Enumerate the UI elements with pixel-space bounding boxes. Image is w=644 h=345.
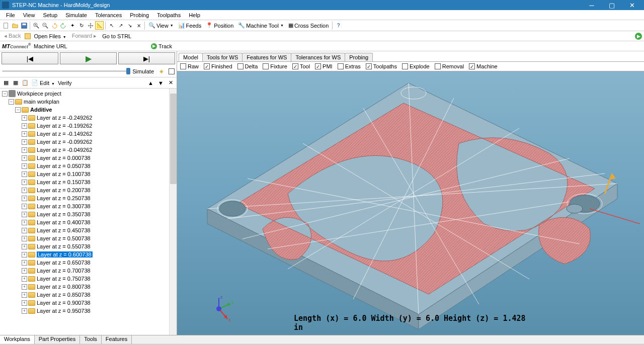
nav-goto-strl[interactable]: Go to STRL (100, 33, 133, 40)
tree-expander-icon[interactable]: + (22, 268, 27, 274)
pan-icon[interactable] (86, 21, 95, 30)
tree-item[interactable]: +Layer at z = 0.850738 (0, 291, 177, 299)
tree-item[interactable]: +Layer at z = -0.249262 (0, 114, 177, 122)
menu-toolpaths[interactable]: Toolpaths (153, 11, 185, 19)
tree-expander-icon[interactable]: + (22, 147, 27, 153)
machine-tool-dropdown[interactable]: 🔧Machine Tool▼ (236, 22, 286, 29)
menu-setup[interactable]: Setup (39, 11, 61, 19)
tree-item[interactable]: +Layer at z = 0.050738 (0, 162, 177, 170)
tree-expander-icon[interactable]: + (22, 236, 27, 241)
tree-item[interactable]: +Layer at z = 0.200738 (0, 186, 177, 194)
tree-expander-icon[interactable]: + (22, 188, 27, 193)
tree-item[interactable]: +Layer at z = -0.199262 (0, 122, 177, 130)
btab-part-properties[interactable]: Part Properties (35, 335, 80, 344)
tree-expander-icon[interactable]: + (22, 260, 27, 266)
tree-item[interactable]: +Layer at z = 0.400738 (0, 218, 177, 226)
check-raw[interactable]: Raw (180, 63, 199, 69)
position-button[interactable]: 📍Position (204, 22, 235, 29)
arrow-icon-4[interactable]: ⨯ (134, 21, 143, 30)
btab-tools[interactable]: Tools (80, 335, 102, 344)
arrow-icon-3[interactable]: ↘ (125, 21, 134, 30)
play-indicator-icon[interactable]: ▶ (635, 33, 642, 40)
tree-expander-icon[interactable]: + (22, 204, 27, 209)
tree-expander-icon[interactable]: − (2, 91, 8, 97)
speed-slider[interactable] (2, 70, 129, 72)
tree-item[interactable]: +Layer at z = 0.150738 (0, 178, 177, 186)
tree-item[interactable]: +Layer at z = 0.800738 (0, 283, 177, 291)
check-machine[interactable]: ✓Machine (469, 63, 498, 69)
zoom-in-icon[interactable] (32, 21, 40, 30)
tree-item[interactable]: +Layer at z = 0.900738 (0, 299, 177, 307)
menu-tolerances[interactable]: Tolerances (91, 11, 126, 19)
tree-expander-icon[interactable]: − (9, 99, 14, 105)
tree-item[interactable]: +Layer at z = 0.100738 (0, 170, 177, 178)
menu-help[interactable]: Help (185, 11, 204, 19)
menu-probing[interactable]: Probing (126, 11, 153, 19)
sim-end-button[interactable]: ▶| (118, 52, 175, 64)
nav-back[interactable]: ◂ Back (2, 32, 23, 40)
arrow-icon-1[interactable]: ↖ (107, 21, 116, 30)
tree-item[interactable]: +Layer at z = 0.500738 (0, 234, 177, 242)
check-delta[interactable]: Delta (237, 63, 258, 69)
tree-expander-icon[interactable]: + (22, 228, 27, 233)
tree-item[interactable]: −main workplan (0, 98, 177, 106)
tab-features-ws[interactable]: Features for WS (242, 53, 291, 61)
tree-expander-icon[interactable]: + (22, 196, 27, 201)
tree-expander-icon[interactable]: + (22, 131, 27, 137)
tree-expander-icon[interactable]: − (15, 107, 21, 113)
tab-probing[interactable]: Probing (345, 53, 373, 61)
close-button[interactable]: ✕ (622, 0, 642, 10)
nav-icon-1[interactable]: ✦ (68, 21, 76, 30)
check-removal[interactable]: Removal (435, 63, 464, 69)
tree-icon-3[interactable]: 📋 (21, 78, 29, 87)
nav-forward[interactable]: Forward ▸ (70, 32, 99, 40)
tree-expander-icon[interactable]: + (22, 220, 27, 225)
tree-item[interactable]: +Layer at z = 0.750738 (0, 275, 177, 283)
tree-expander-icon[interactable]: + (22, 300, 27, 306)
track-toggle[interactable]: ▶Track (151, 43, 175, 49)
arrow-icon-2[interactable]: ↗ (116, 21, 125, 30)
cross-section-button[interactable]: ▦Cross Section (286, 22, 331, 29)
tree-up-icon[interactable]: ▲ (146, 78, 155, 87)
sim-rewind-button[interactable]: |◀ (2, 52, 58, 64)
tree-expander-icon[interactable]: + (22, 139, 27, 145)
feeds-button[interactable]: 📊Feeds (176, 22, 204, 29)
tab-tolerances-ws[interactable]: Tolerances for WS (291, 53, 345, 61)
check-tool[interactable]: ✓Tool (292, 63, 310, 69)
nav-open-files[interactable]: Open Files ▼ (32, 33, 68, 40)
tree-item[interactable]: +Layer at z = 0.600738 (0, 250, 177, 258)
open-icon[interactable] (11, 21, 19, 30)
tree-item[interactable]: +Layer at z = 0.950738 (0, 307, 177, 315)
tab-tools-ws[interactable]: Tools for WS (202, 53, 243, 61)
tree-icon-2[interactable]: ▦ (11, 78, 20, 87)
tree-item[interactable]: +Layer at z = -0.149262 (0, 130, 177, 138)
tree-icon-1[interactable]: ▦ (2, 78, 10, 87)
menu-file[interactable]: File (2, 11, 19, 19)
tree-expander-icon[interactable]: + (22, 171, 27, 177)
tree-expander-icon[interactable]: + (22, 180, 27, 185)
tree-expander-icon[interactable]: + (22, 123, 27, 129)
tree-expander-icon[interactable]: + (22, 212, 27, 217)
save-icon[interactable] (20, 21, 28, 30)
sim-play-button[interactable]: ▶ (60, 52, 117, 64)
undo-icon[interactable] (50, 21, 58, 30)
tree-expander-icon[interactable]: + (22, 155, 27, 161)
tree-item[interactable]: +Layer at z = 0.350738 (0, 210, 177, 218)
tree-down-icon[interactable]: ▼ (156, 78, 165, 87)
view-dropdown[interactable]: 🔍View▼ (146, 22, 176, 29)
tree-verify[interactable]: Verify (56, 80, 74, 86)
tree-expander-icon[interactable]: + (22, 276, 27, 282)
tree-icon-4[interactable]: 📄 (30, 78, 39, 87)
tree-item[interactable]: +Layer at z = -0.099262 (0, 138, 177, 146)
tree-expander-icon[interactable]: + (22, 252, 27, 257)
tree-expander-icon[interactable]: + (22, 115, 27, 121)
tree-item[interactable]: +Layer at z = 0.550738 (0, 242, 177, 250)
cube-icon[interactable]: ◈ (157, 67, 166, 75)
tree-expander-icon[interactable]: + (22, 284, 27, 290)
tree-item[interactable]: +Layer at z = 0.000738 (0, 154, 177, 162)
tree-item[interactable]: −Workpiece project (0, 90, 177, 98)
tree-scrollbar[interactable] (169, 89, 177, 335)
tree-item[interactable]: +Layer at z = -0.049262 (0, 146, 177, 154)
tree-edit[interactable]: Edit ▼ (40, 80, 55, 86)
tab-model[interactable]: Model (179, 53, 203, 61)
